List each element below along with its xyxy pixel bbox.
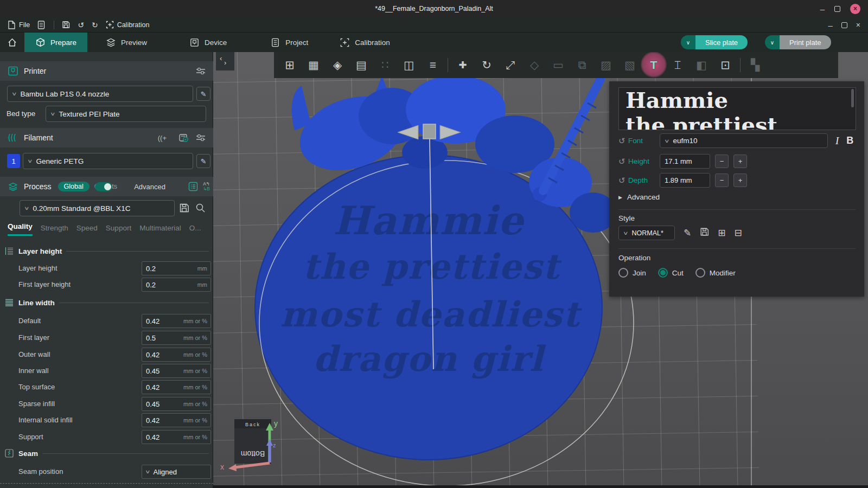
bold-button[interactable]: B (846, 135, 853, 146)
scale-tool-button[interactable]: ⤢ (501, 59, 520, 72)
operation-join-radio[interactable] (618, 268, 628, 278)
assemble-button[interactable]: ▚ (746, 59, 764, 72)
process-tab-support[interactable]: Support (106, 224, 131, 236)
calibration-menu[interactable]: Calibration (106, 21, 150, 29)
reset-height-icon[interactable]: ↺ (618, 157, 628, 166)
slice-dropdown-chevron-icon[interactable]: ∨ (681, 35, 695, 49)
collapse-sidebar-button[interactable]: ‹› (216, 52, 234, 70)
add-plate-button[interactable]: ▦ (304, 59, 323, 72)
first-layer-line-width-input[interactable]: 0.5mm or % (142, 331, 211, 345)
menubar-minimize-button[interactable]: – (828, 21, 832, 30)
outer-wall-line-width-input[interactable]: 0.42mm or % (142, 348, 211, 362)
style-dropdown[interactable]: ∨ NORMAL* (618, 226, 675, 240)
process-preset-dropdown[interactable]: ∨ 0.20mm Standard @BBL X1C (20, 200, 175, 216)
plate-settings-button[interactable]: ⊡ (716, 59, 735, 72)
split-to-objects-button[interactable]: ∷ (376, 59, 394, 72)
bed-type-dropdown[interactable]: ∨ Textured PEI Plate (46, 106, 206, 122)
measure-tool-button[interactable]: ⌶ (668, 59, 687, 72)
printer-preset-dropdown[interactable]: ∨ Bambu Lab P1S 0.4 nozzle (7, 86, 193, 102)
mesh-boolean-button[interactable]: ⧉ (573, 59, 591, 72)
filament-preset-dropdown[interactable]: ∨ Generic PETG (23, 153, 193, 169)
assembly-view-button[interactable]: ◧ (692, 59, 711, 72)
close-button[interactable]: × (850, 4, 860, 14)
tab-calibration[interactable]: Calibration (329, 33, 401, 52)
height-input[interactable]: 17.1 mm (660, 154, 710, 169)
seam-position-dropdown[interactable]: ∨ Aligned (142, 465, 211, 479)
process-tab-strength[interactable]: Strength (41, 224, 68, 236)
cut-tool-button[interactable]: ▭ (549, 59, 567, 72)
add-filament-icon[interactable]: ((+ (158, 134, 167, 142)
menubar-maximize-button[interactable] (841, 22, 847, 28)
depth-input[interactable]: 1.89 mm (660, 173, 710, 188)
menubar-close-button[interactable]: × (856, 21, 860, 29)
rotate-tool-button[interactable]: ↻ (477, 59, 496, 72)
printer-settings-icon[interactable] (196, 67, 206, 75)
save-button[interactable] (62, 21, 70, 29)
split-to-parts-button[interactable]: ◫ (400, 59, 418, 72)
parameter-list-icon[interactable] (188, 182, 198, 191)
tab-device[interactable]: Device (178, 33, 238, 52)
auto-orient-button[interactable]: ◈ (328, 59, 347, 72)
print-plate-button[interactable]: ∨ Print plate (765, 35, 831, 49)
operation-cut-radio[interactable] (658, 268, 668, 278)
seam-painting-button[interactable]: ▧ (621, 59, 639, 72)
filament-edit-button[interactable]: ✎ (196, 154, 210, 168)
height-increase-button[interactable]: + (733, 155, 747, 168)
reset-depth-icon[interactable]: ↺ (618, 176, 628, 185)
style-remove-icon[interactable]: ⊟ (735, 227, 742, 239)
style-add-icon[interactable]: ⊞ (718, 227, 725, 239)
operation-modifier-radio[interactable] (695, 268, 705, 278)
reset-font-icon[interactable]: ↺ (618, 136, 628, 146)
ams-sync-icon[interactable] (179, 133, 189, 143)
process-tab-others[interactable]: O... (189, 224, 201, 236)
top-surface-line-width-input[interactable]: 0.42mm or % (142, 380, 211, 394)
style-edit-icon[interactable]: ✎ (684, 227, 691, 239)
advanced-toggle[interactable] (95, 182, 112, 191)
text-content-input[interactable]: Hammie the prettiest (618, 87, 856, 130)
process-tab-speed[interactable]: Speed (76, 224, 98, 236)
file-menu[interactable]: File (8, 21, 30, 29)
slice-plate-button[interactable]: ∨ Slice plate (681, 35, 748, 49)
search-preset-icon[interactable] (195, 203, 206, 213)
first-layer-height-input[interactable]: 0.2mm (142, 278, 211, 292)
move-tool-button[interactable]: ✚ (454, 59, 472, 71)
redo-button[interactable]: ↻ (92, 21, 98, 29)
arrange-button[interactable]: ▤ (352, 59, 371, 72)
orientation-cube[interactable]: Back Bottom y z x (220, 419, 278, 471)
maximize-button[interactable] (834, 6, 840, 12)
text-tool-button[interactable]: T (644, 59, 663, 72)
style-save-icon[interactable] (700, 227, 709, 239)
tab-preview[interactable]: Preview (95, 33, 158, 52)
default-line-width-input[interactable]: 0.42mm or % (142, 314, 211, 328)
layer-height-input[interactable]: 0.2mm (142, 261, 211, 275)
add-object-button[interactable]: ⊞ (280, 59, 299, 72)
notes-button[interactable] (37, 21, 45, 29)
minimize-button[interactable]: – (820, 4, 825, 14)
sparse-infill-line-width-input[interactable]: 0.45mm or % (142, 397, 211, 411)
tab-prepare[interactable]: Prepare (24, 33, 87, 52)
compare-presets-icon[interactable]: A↰ ↳B (203, 182, 210, 191)
depth-increase-button[interactable]: + (733, 174, 747, 187)
advanced-expander[interactable]: ▶ Advanced (618, 193, 660, 201)
italic-button[interactable]: I (835, 135, 839, 147)
printer-edit-button[interactable]: ✎ (196, 87, 210, 101)
process-global-pill[interactable]: Global (58, 182, 90, 191)
undo-button[interactable]: ↺ (78, 21, 84, 29)
height-decrease-button[interactable]: − (715, 155, 729, 168)
filament-settings-icon[interactable] (196, 133, 206, 142)
process-tab-quality[interactable]: Quality (8, 222, 33, 236)
tab-project[interactable]: Project (259, 33, 319, 52)
variable-layer-height-button[interactable]: ≡ (424, 59, 442, 72)
filament-slot-badge[interactable]: 1 (7, 154, 20, 168)
textarea-scrollbar[interactable] (851, 89, 854, 107)
lay-on-face-button[interactable]: ◇ (525, 59, 544, 72)
save-preset-icon[interactable] (179, 203, 189, 213)
support-line-width-input[interactable]: 0.42mm or % (142, 430, 211, 444)
internal-solid-infill-line-width-input[interactable]: 0.42mm or % (142, 413, 211, 427)
home-button[interactable] (0, 33, 24, 52)
print-dropdown-chevron-icon[interactable]: ∨ (765, 35, 780, 49)
inner-wall-line-width-input[interactable]: 0.45mm or % (142, 364, 211, 378)
depth-decrease-button[interactable]: − (715, 174, 729, 187)
process-tab-multimaterial[interactable]: Multimaterial (139, 224, 181, 236)
support-painting-button[interactable]: ▨ (597, 59, 615, 72)
